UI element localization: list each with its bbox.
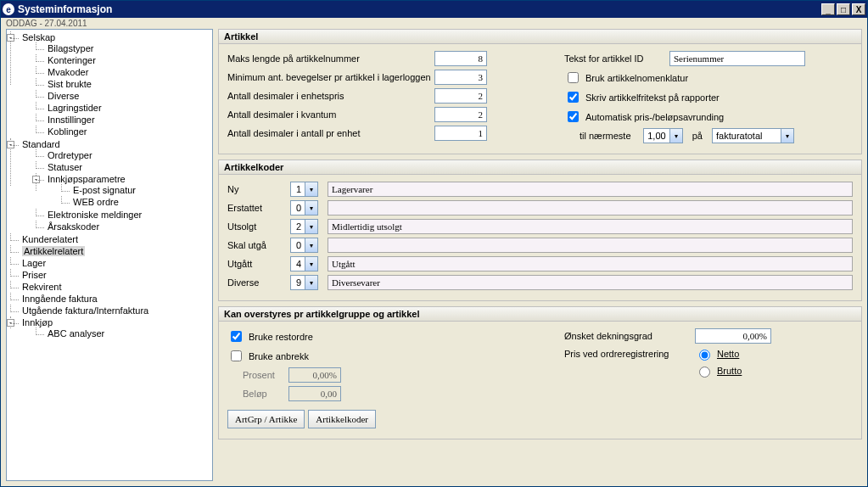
main-panel: Artikkel Maks lengde på artikkelnummer M… bbox=[218, 29, 862, 481]
label: Maks lengde på artikkelnummer bbox=[227, 53, 431, 64]
chk-anbrekk[interactable] bbox=[231, 350, 242, 361]
label: Tekst for artikkel ID bbox=[564, 53, 666, 64]
naermeste-combo[interactable]: 1,00 ▾ bbox=[643, 128, 683, 143]
artgrp-button[interactable]: ArtGrp / Artikke bbox=[227, 410, 305, 428]
tree-item-selected[interactable]: Artikkelrelatert bbox=[10, 245, 210, 257]
tree-item[interactable]: Kunderelatert bbox=[10, 233, 210, 245]
tree-item[interactable]: Utgående faktura/Internfaktura bbox=[10, 305, 210, 316]
artikkel-right-col: Tekst for artikkel ID Bruk artikkelnomen… bbox=[564, 51, 853, 147]
tree-item[interactable]: Rekvirent bbox=[10, 281, 210, 293]
group-header: Artikkel bbox=[219, 30, 861, 44]
collapse-icon[interactable]: - bbox=[7, 34, 14, 42]
label: Utsolgt bbox=[227, 221, 287, 232]
kode-num-combo[interactable]: 2▾ bbox=[290, 219, 318, 234]
min-bevegelser-input[interactable] bbox=[434, 70, 487, 85]
kode-num-combo[interactable]: 1▾ bbox=[290, 182, 318, 197]
chk-fritekst[interactable] bbox=[568, 92, 579, 103]
tree-item[interactable]: Ordretyper bbox=[36, 149, 210, 161]
tree-node-standard[interactable]: - Standard Ordretyper Statuser - Innkjøp… bbox=[10, 138, 210, 233]
tekst-artikkel-id-input[interactable] bbox=[669, 51, 805, 66]
kode-row: Erstattet0▾ bbox=[227, 200, 853, 216]
kode-row: Utsolgt2▾ bbox=[227, 219, 853, 234]
radio-netto[interactable] bbox=[699, 350, 710, 361]
chevron-down-icon[interactable]: ▾ bbox=[305, 220, 317, 233]
tree-item[interactable]: Lagringstider bbox=[36, 102, 210, 114]
chevron-down-icon[interactable]: ▾ bbox=[305, 257, 317, 271]
artikkelkoder-button[interactable]: Artikkelkoder bbox=[308, 410, 376, 428]
minimize-button[interactable]: _ bbox=[821, 3, 835, 15]
titlebar: e Systeminformasjon _ □ X bbox=[1, 1, 867, 18]
kode-text-input[interactable] bbox=[328, 182, 853, 197]
belop-input bbox=[288, 386, 341, 401]
paa-combo[interactable]: fakturatotal ▾ bbox=[712, 128, 794, 143]
collapse-icon[interactable]: - bbox=[7, 319, 14, 327]
kode-text-input[interactable] bbox=[328, 200, 853, 216]
label: Beløp bbox=[243, 389, 285, 399]
chevron-down-icon[interactable]: ▾ bbox=[305, 238, 317, 252]
group-artikkel: Artikkel Maks lengde på artikkelnummer M… bbox=[218, 29, 862, 154]
label: Ny bbox=[227, 184, 287, 194]
group-header: Kan overstyres pr artikkelgruppe og arti… bbox=[219, 307, 861, 322]
chevron-down-icon[interactable]: ▾ bbox=[781, 129, 793, 143]
tree-item[interactable]: Statuser bbox=[36, 161, 210, 173]
chk-nomenklatur[interactable] bbox=[568, 72, 579, 83]
maximize-button[interactable]: □ bbox=[837, 3, 850, 15]
kode-row: Skal utgå0▾ bbox=[227, 238, 853, 253]
artikkel-left-col: Maks lengde på artikkelnummer Minimum an… bbox=[227, 51, 539, 147]
chevron-down-icon[interactable]: ▾ bbox=[305, 182, 317, 196]
label: Pris ved ordreregistrering bbox=[564, 349, 692, 359]
tree-item[interactable]: Mvakoder bbox=[36, 66, 210, 78]
kode-num-combo[interactable]: 0▾ bbox=[290, 200, 318, 216]
chk-avrunding[interactable] bbox=[568, 111, 579, 122]
tree-item[interactable]: Koblinger bbox=[36, 126, 210, 137]
kode-row: Diverse9▾ bbox=[227, 275, 853, 290]
tree-item[interactable]: Konteringer bbox=[36, 54, 210, 66]
tree-item[interactable]: ABC analyser bbox=[36, 327, 210, 339]
chevron-down-icon[interactable]: ▾ bbox=[669, 129, 682, 143]
kode-text-input[interactable] bbox=[328, 219, 853, 234]
label: Automatisk pris-/beløpsavrunding bbox=[585, 112, 724, 122]
kode-row: Ny1▾ bbox=[227, 182, 853, 197]
label: Minimum ant. bevegelser pr artikkel i la… bbox=[227, 72, 431, 82]
radio-brutto[interactable] bbox=[699, 367, 710, 378]
dekningsgrad-input[interactable] bbox=[695, 328, 771, 344]
tree-item[interactable]: Diverse bbox=[36, 90, 210, 102]
tree-item[interactable]: Bilagstyper bbox=[36, 42, 210, 54]
tree-item[interactable]: Elektroniske meldinger bbox=[36, 209, 210, 221]
kode-num-combo[interactable]: 9▾ bbox=[290, 275, 318, 290]
label: til nærmeste bbox=[580, 131, 631, 141]
desimaler-kvantum-input[interactable] bbox=[434, 107, 487, 122]
label: Diverse bbox=[227, 277, 287, 288]
label: Skriv artikkelfritekst på rapporter bbox=[585, 92, 720, 103]
kode-text-input[interactable] bbox=[328, 238, 853, 253]
label: Antall desimaler i enhetspris bbox=[227, 91, 431, 101]
nav-tree[interactable]: - Selskap Bilagstyper Konteringer Mvakod… bbox=[6, 29, 213, 481]
tree-item[interactable]: Inngående faktura bbox=[10, 293, 210, 305]
kode-text-input[interactable] bbox=[328, 275, 853, 290]
tree-item[interactable]: E-post signatur bbox=[61, 184, 210, 196]
tree-item[interactable]: WEB ordre bbox=[61, 196, 210, 208]
tree-item[interactable]: Sist brukte bbox=[36, 78, 210, 90]
chk-restordre[interactable] bbox=[231, 331, 242, 342]
chevron-down-icon[interactable]: ▾ bbox=[305, 201, 317, 215]
tree-node-innkjopsparam[interactable]: - Innkjøpsparametre E-post signatur WEB … bbox=[36, 173, 210, 209]
tree-item[interactable]: Innstillinger bbox=[36, 114, 210, 126]
tree-node-selskap[interactable]: - Selskap Bilagstyper Konteringer Mvakod… bbox=[10, 31, 210, 138]
kode-text-input[interactable] bbox=[328, 256, 853, 271]
maks-lengde-input[interactable] bbox=[434, 51, 487, 66]
kode-num-combo[interactable]: 0▾ bbox=[290, 238, 318, 253]
tree-node-innkjop[interactable]: - Innkjøp ABC analyser bbox=[10, 316, 210, 340]
kode-row: Utgått4▾ bbox=[227, 256, 853, 271]
desimaler-antall-input[interactable] bbox=[434, 126, 487, 141]
tree-item[interactable]: Priser bbox=[10, 269, 210, 281]
collapse-icon[interactable]: - bbox=[7, 141, 14, 148]
group-overstyres: Kan overstyres pr artikkelgruppe og arti… bbox=[218, 306, 862, 439]
collapse-icon[interactable]: - bbox=[32, 176, 40, 183]
group-header: Artikkelkoder bbox=[219, 160, 861, 175]
chevron-down-icon[interactable]: ▾ bbox=[305, 276, 317, 289]
kode-num-combo[interactable]: 4▾ bbox=[290, 256, 318, 271]
tree-item[interactable]: Lager bbox=[10, 257, 210, 269]
close-button[interactable]: X bbox=[852, 3, 865, 15]
tree-item[interactable]: Årsakskoder bbox=[36, 221, 210, 232]
desimaler-enhetspris-input[interactable] bbox=[434, 88, 487, 104]
